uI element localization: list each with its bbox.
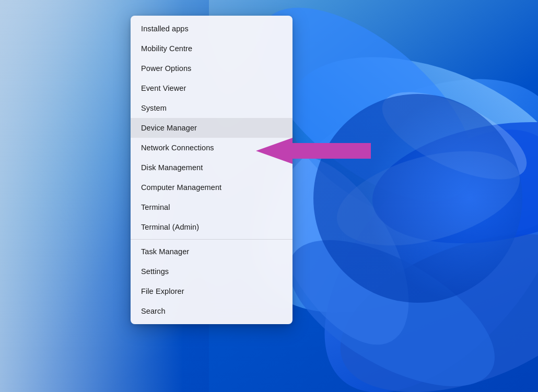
context-menu: Installed appsMobility CentrePower Optio… [131,16,293,324]
menu-item-terminal-admin[interactable]: Terminal (Admin) [131,217,293,237]
menu-item-task-manager[interactable]: Task Manager [131,242,293,262]
menu-item-settings[interactable]: Settings [131,262,293,281]
svg-marker-14 [256,138,371,164]
menu-item-mobility-centre[interactable]: Mobility Centre [131,39,293,58]
menu-item-terminal[interactable]: Terminal [131,197,293,217]
menu-item-device-manager[interactable]: Device Manager [131,118,293,138]
menu-item-search[interactable]: Search [131,301,293,321]
menu-item-computer-management[interactable]: Computer Management [131,177,293,197]
menu-divider [131,239,293,240]
menu-item-event-viewer[interactable]: Event Viewer [131,78,293,98]
menu-item-system[interactable]: System [131,98,293,118]
menu-item-installed-apps[interactable]: Installed apps [131,19,293,39]
menu-item-file-explorer[interactable]: File Explorer [131,281,293,301]
menu-item-power-options[interactable]: Power Options [131,58,293,78]
device-manager-arrow [256,138,371,164]
svg-point-11 [313,94,522,303]
